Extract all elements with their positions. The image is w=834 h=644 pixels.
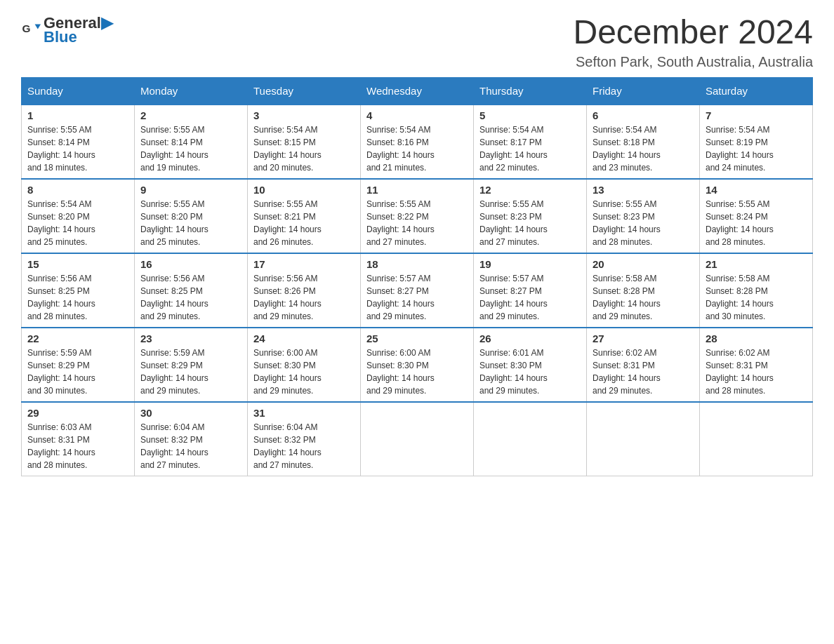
calendar-header-row: SundayMondayTuesdayWednesdayThursdayFrid…: [22, 77, 813, 105]
day-number: 14: [706, 184, 807, 196]
day-number: 2: [140, 109, 241, 121]
day-info: Sunrise: 5:56 AM Sunset: 8:25 PM Dayligh…: [140, 272, 241, 323]
calendar-week-row: 8 Sunrise: 5:54 AM Sunset: 8:20 PM Dayli…: [22, 179, 813, 253]
day-info: Sunrise: 5:54 AM Sunset: 8:18 PM Dayligh…: [593, 123, 694, 174]
day-number: 10: [253, 184, 355, 196]
day-info: Sunrise: 5:55 AM Sunset: 8:20 PM Dayligh…: [140, 198, 241, 248]
day-number: 24: [253, 333, 355, 344]
day-info: Sunrise: 5:54 AM Sunset: 8:16 PM Dayligh…: [366, 123, 468, 174]
day-number: 4: [366, 109, 468, 121]
day-number: 16: [140, 258, 241, 270]
calendar-cell: 21 Sunrise: 5:58 AM Sunset: 8:28 PM Dayl…: [700, 253, 813, 328]
calendar-cell: 27 Sunrise: 6:02 AM Sunset: 8:31 PM Dayl…: [587, 328, 700, 402]
page-header: G General▶ Blue December 2024 Sefton Par…: [21, 14, 813, 70]
calendar-cell: [474, 402, 587, 476]
calendar-cell: 31 Sunrise: 6:04 AM Sunset: 8:32 PM Dayl…: [248, 402, 361, 476]
calendar-cell: 16 Sunrise: 5:56 AM Sunset: 8:25 PM Dayl…: [135, 253, 248, 328]
day-number: 18: [366, 258, 468, 270]
day-info: Sunrise: 5:55 AM Sunset: 8:23 PM Dayligh…: [593, 198, 694, 248]
calendar-cell: 7 Sunrise: 5:54 AM Sunset: 8:19 PM Dayli…: [700, 105, 813, 179]
calendar-cell: 14 Sunrise: 5:55 AM Sunset: 8:24 PM Dayl…: [700, 179, 813, 253]
day-info: Sunrise: 5:56 AM Sunset: 8:26 PM Dayligh…: [253, 272, 355, 323]
day-info: Sunrise: 6:03 AM Sunset: 8:31 PM Dayligh…: [27, 421, 128, 471]
svg-marker-1: [35, 25, 41, 29]
day-info: Sunrise: 6:02 AM Sunset: 8:31 PM Dayligh…: [706, 347, 807, 397]
calendar-body: 1 Sunrise: 5:55 AM Sunset: 8:14 PM Dayli…: [22, 105, 813, 476]
day-number: 7: [706, 109, 807, 121]
day-number: 23: [140, 333, 241, 344]
day-info: Sunrise: 6:02 AM Sunset: 8:31 PM Dayligh…: [593, 347, 694, 397]
calendar-cell: 26 Sunrise: 6:01 AM Sunset: 8:30 PM Dayl…: [474, 328, 587, 402]
calendar-table: SundayMondayTuesdayWednesdayThursdayFrid…: [21, 77, 813, 476]
calendar-cell: 22 Sunrise: 5:59 AM Sunset: 8:29 PM Dayl…: [22, 328, 135, 402]
day-number: 13: [593, 184, 694, 196]
day-info: Sunrise: 5:54 AM Sunset: 8:15 PM Dayligh…: [253, 123, 355, 174]
day-info: Sunrise: 5:58 AM Sunset: 8:28 PM Dayligh…: [706, 272, 807, 323]
calendar-cell: 28 Sunrise: 6:02 AM Sunset: 8:31 PM Dayl…: [700, 328, 813, 402]
day-info: Sunrise: 6:01 AM Sunset: 8:30 PM Dayligh…: [479, 347, 581, 397]
location-title: Sefton Park, South Australia, Australia: [573, 54, 813, 70]
calendar-cell: 18 Sunrise: 5:57 AM Sunset: 8:27 PM Dayl…: [361, 253, 474, 328]
calendar-cell: 12 Sunrise: 5:55 AM Sunset: 8:23 PM Dayl…: [474, 179, 587, 253]
day-number: 29: [27, 407, 128, 419]
calendar-cell: 8 Sunrise: 5:54 AM Sunset: 8:20 PM Dayli…: [22, 179, 135, 253]
day-info: Sunrise: 5:58 AM Sunset: 8:28 PM Dayligh…: [593, 272, 694, 323]
svg-text:G: G: [22, 22, 30, 34]
calendar-cell: 9 Sunrise: 5:55 AM Sunset: 8:20 PM Dayli…: [135, 179, 248, 253]
day-info: Sunrise: 5:54 AM Sunset: 8:19 PM Dayligh…: [706, 123, 807, 174]
day-number: 12: [479, 184, 581, 196]
day-info: Sunrise: 5:55 AM Sunset: 8:23 PM Dayligh…: [479, 198, 581, 248]
calendar-week-row: 29 Sunrise: 6:03 AM Sunset: 8:31 PM Dayl…: [22, 402, 813, 476]
day-number: 22: [27, 333, 128, 344]
calendar-cell: 11 Sunrise: 5:55 AM Sunset: 8:22 PM Dayl…: [361, 179, 474, 253]
day-info: Sunrise: 5:59 AM Sunset: 8:29 PM Dayligh…: [140, 347, 241, 397]
day-number: 31: [253, 407, 355, 419]
calendar-cell: 23 Sunrise: 5:59 AM Sunset: 8:29 PM Dayl…: [135, 328, 248, 402]
calendar-header-thursday: Thursday: [474, 77, 587, 105]
day-number: 19: [479, 258, 581, 270]
day-info: Sunrise: 6:00 AM Sunset: 8:30 PM Dayligh…: [253, 347, 355, 397]
day-number: 15: [27, 258, 128, 270]
day-info: Sunrise: 5:54 AM Sunset: 8:17 PM Dayligh…: [479, 123, 581, 174]
day-number: 20: [593, 258, 694, 270]
day-info: Sunrise: 5:57 AM Sunset: 8:27 PM Dayligh…: [366, 272, 468, 323]
calendar-cell: 19 Sunrise: 5:57 AM Sunset: 8:27 PM Dayl…: [474, 253, 587, 328]
month-title: December 2024: [573, 14, 813, 51]
day-info: Sunrise: 5:55 AM Sunset: 8:24 PM Dayligh…: [706, 198, 807, 248]
calendar-header-saturday: Saturday: [700, 77, 813, 105]
calendar-cell: 20 Sunrise: 5:58 AM Sunset: 8:28 PM Dayl…: [587, 253, 700, 328]
title-area: December 2024 Sefton Park, South Austral…: [573, 14, 813, 70]
calendar-cell: 15 Sunrise: 5:56 AM Sunset: 8:25 PM Dayl…: [22, 253, 135, 328]
calendar-header-sunday: Sunday: [22, 77, 135, 105]
day-info: Sunrise: 5:55 AM Sunset: 8:21 PM Dayligh…: [253, 198, 355, 248]
calendar-header-friday: Friday: [587, 77, 700, 105]
calendar-header-monday: Monday: [135, 77, 248, 105]
day-info: Sunrise: 5:55 AM Sunset: 8:14 PM Dayligh…: [27, 123, 128, 174]
calendar-cell: 6 Sunrise: 5:54 AM Sunset: 8:18 PM Dayli…: [587, 105, 700, 179]
day-info: Sunrise: 5:55 AM Sunset: 8:14 PM Dayligh…: [140, 123, 241, 174]
calendar-cell: 5 Sunrise: 5:54 AM Sunset: 8:17 PM Dayli…: [474, 105, 587, 179]
day-info: Sunrise: 5:57 AM Sunset: 8:27 PM Dayligh…: [479, 272, 581, 323]
calendar-cell: 29 Sunrise: 6:03 AM Sunset: 8:31 PM Dayl…: [22, 402, 135, 476]
calendar-cell: 17 Sunrise: 5:56 AM Sunset: 8:26 PM Dayl…: [248, 253, 361, 328]
calendar-header-wednesday: Wednesday: [361, 77, 474, 105]
day-number: 3: [253, 109, 355, 121]
calendar-week-row: 1 Sunrise: 5:55 AM Sunset: 8:14 PM Dayli…: [22, 105, 813, 179]
day-info: Sunrise: 6:04 AM Sunset: 8:32 PM Dayligh…: [253, 421, 355, 471]
calendar-cell: 13 Sunrise: 5:55 AM Sunset: 8:23 PM Dayl…: [587, 179, 700, 253]
calendar-cell: 1 Sunrise: 5:55 AM Sunset: 8:14 PM Dayli…: [22, 105, 135, 179]
calendar-week-row: 22 Sunrise: 5:59 AM Sunset: 8:29 PM Dayl…: [22, 328, 813, 402]
logo-icon: G: [21, 20, 41, 40]
day-number: 5: [479, 109, 581, 121]
logo: G General▶ Blue: [21, 14, 113, 46]
calendar-cell: 2 Sunrise: 5:55 AM Sunset: 8:14 PM Dayli…: [135, 105, 248, 179]
calendar-week-row: 15 Sunrise: 5:56 AM Sunset: 8:25 PM Dayl…: [22, 253, 813, 328]
day-info: Sunrise: 5:55 AM Sunset: 8:22 PM Dayligh…: [366, 198, 468, 248]
calendar-cell: 4 Sunrise: 5:54 AM Sunset: 8:16 PM Dayli…: [361, 105, 474, 179]
day-number: 11: [366, 184, 468, 196]
calendar-cell: [587, 402, 700, 476]
day-number: 26: [479, 333, 581, 344]
day-info: Sunrise: 5:59 AM Sunset: 8:29 PM Dayligh…: [27, 347, 128, 397]
day-number: 9: [140, 184, 241, 196]
calendar-cell: [361, 402, 474, 476]
